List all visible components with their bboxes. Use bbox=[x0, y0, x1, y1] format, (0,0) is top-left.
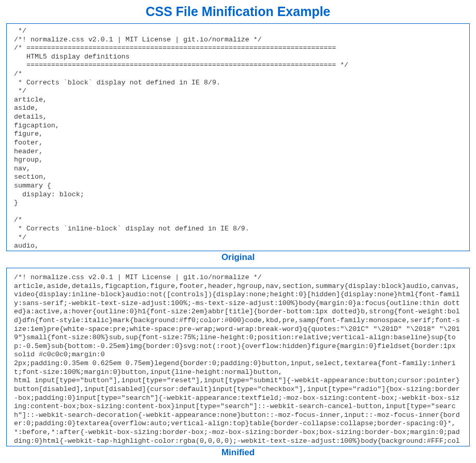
original-caption: Original bbox=[6, 252, 470, 263]
page-title: CSS File Minification Example bbox=[6, 4, 470, 19]
minified-caption: Minified bbox=[6, 447, 470, 458]
original-code-box: */ /*! normalize.css v2.0.1 | MIT Licens… bbox=[6, 23, 470, 251]
minified-code-content: /*! normalize.css v2.0.1 | MIT License |… bbox=[14, 271, 462, 446]
original-code-content: */ /*! normalize.css v2.0.1 | MIT Licens… bbox=[14, 27, 462, 251]
minified-code-box: /*! normalize.css v2.0.1 | MIT License |… bbox=[6, 268, 470, 446]
